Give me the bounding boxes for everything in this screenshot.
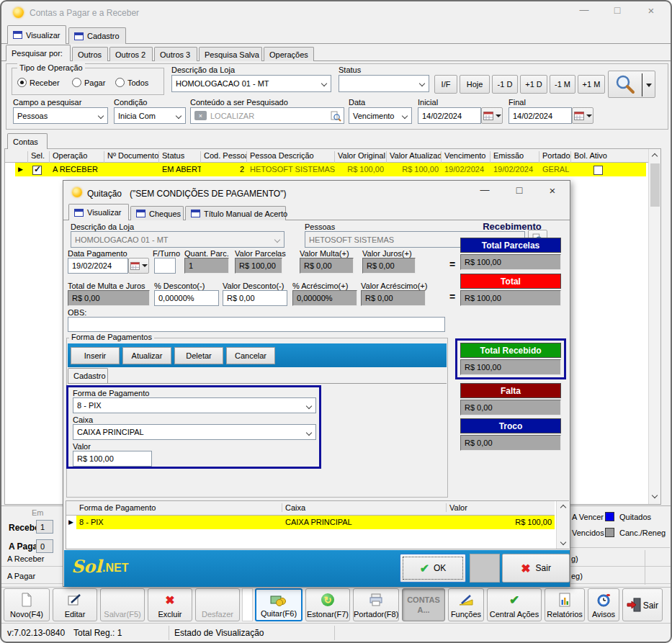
maximize-icon[interactable]: □ <box>606 4 628 22</box>
novo-button[interactable]: Novo(F4) <box>4 588 50 621</box>
valor-input[interactable]: R$ 100,00 <box>73 451 152 467</box>
radio-todos[interactable]: Todos <box>115 78 148 87</box>
final-calendar-button[interactable] <box>572 107 593 124</box>
tab-cadastro[interactable]: Cadastro <box>68 27 126 44</box>
header-status[interactable]: Status <box>159 151 201 163</box>
estonar-button[interactable]: ↻ Estonar(F7) <box>305 588 350 621</box>
close-icon[interactable]: × <box>542 184 563 200</box>
table-scrollbar[interactable] <box>648 149 660 504</box>
search-doc-icon[interactable] <box>331 111 341 122</box>
scroll-up-icon[interactable] <box>652 153 658 159</box>
radio-pagar[interactable]: Pagar <box>72 78 105 87</box>
quitar-button[interactable]: Quitar(F6) <box>255 588 303 621</box>
row-sel-checkbox[interactable] <box>32 166 42 175</box>
dialog-tab-visualizar[interactable]: Visualizar <box>68 204 129 220</box>
if-button[interactable]: I/F <box>434 75 457 94</box>
grid-header-caixa[interactable]: Caixa <box>282 503 447 512</box>
header-portador[interactable]: Portador <box>539 151 571 163</box>
radio-receber[interactable]: Receber <box>17 78 60 87</box>
data-pagamento-input[interactable]: 19/02/2024 <box>68 258 128 274</box>
cell-emissao: 19/02/2024 <box>493 165 539 174</box>
maximize-icon[interactable]: □ <box>509 184 530 200</box>
scroll-down-icon[interactable] <box>652 493 658 498</box>
subtab-outros-3[interactable]: Outros 3 <box>154 47 197 61</box>
campo-select[interactable]: Pessoas <box>13 107 108 124</box>
cadastro-tab[interactable]: Cadastro <box>68 368 108 383</box>
grid-scrollbar[interactable] <box>556 501 569 549</box>
status-select[interactable] <box>339 75 429 92</box>
header-vencimento[interactable]: Vencimento <box>442 151 490 163</box>
hoje-button[interactable]: Hoje <box>460 75 490 94</box>
minimize-icon[interactable]: — <box>573 4 595 22</box>
header-valor-atualizado[interactable]: Valor Atualizado <box>387 151 442 163</box>
row-bol-ativo-checkbox[interactable] <box>593 166 603 175</box>
header-pessoa[interactable]: Pessoa Descrição <box>247 151 335 163</box>
avisos-button[interactable]: Avisos <box>588 588 619 621</box>
header-documento[interactable]: Nº Documento <box>104 151 159 163</box>
new-page-icon <box>21 593 32 607</box>
atualizar-button[interactable]: Atualizar <box>122 347 171 364</box>
minus-1d-button[interactable]: -1 D <box>492 75 518 94</box>
excluir-button[interactable]: ✖ Excluir <box>148 588 192 621</box>
plus-1m-button[interactable]: +1 M <box>578 75 605 94</box>
loja-select[interactable]: HOMOLOGACAO 01 - MT <box>171 75 331 92</box>
search-button[interactable] <box>608 71 655 98</box>
inserir-button[interactable]: Inserir <box>71 347 120 364</box>
deletar-button[interactable]: Deletar <box>174 347 223 364</box>
fturno-input[interactable] <box>154 258 176 274</box>
green-check-icon: ✔ <box>488 591 541 608</box>
tab-visualizar[interactable]: Visualizar <box>7 25 66 44</box>
obs-input[interactable] <box>68 317 445 332</box>
search-dropdown-icon[interactable] <box>646 84 652 87</box>
minimize-icon[interactable]: — <box>474 184 496 200</box>
subtab-pesquisa-salva[interactable]: Pesquisa Salva <box>199 47 262 61</box>
toolbar-spacer <box>242 588 253 621</box>
contas-a-button[interactable]: CONTAS A... <box>402 588 445 621</box>
tab-contas[interactable]: Contas <box>7 133 48 149</box>
funcoes-button[interactable]: Funções <box>448 588 484 621</box>
dialog-tab-cheques[interactable]: Cheques <box>130 206 184 220</box>
inicial-date-input[interactable]: 14/02/2024 <box>418 107 481 124</box>
cadastro-underline <box>68 383 447 384</box>
conteudo-input[interactable]: × LOCALIZAR <box>190 107 344 124</box>
minus-1m-button[interactable]: -1 M <box>550 75 575 94</box>
subtab-pesquisar-por[interactable]: Pesquisar por: <box>6 45 71 61</box>
header-bol-ativo[interactable]: Bol. Ativo <box>571 151 610 163</box>
header-emissao[interactable]: Emissão <box>490 151 539 163</box>
condicao-select[interactable]: Inicia Com <box>114 107 186 124</box>
dialog-sair-button[interactable]: ✖ Sair <box>502 554 570 583</box>
vdesc-input[interactable]: R$ 0,00 <box>223 290 287 306</box>
forma-pagamento-select[interactable]: 8 - PIX <box>73 397 316 413</box>
grid-header-valor[interactable]: Valor <box>447 503 553 512</box>
inicial-calendar-button[interactable] <box>481 107 503 124</box>
grid-header-forma[interactable]: Forma de Pagamento <box>76 503 282 512</box>
close-icon[interactable]: × <box>640 4 662 22</box>
sair-button[interactable]: Sair <box>622 588 663 621</box>
plus-1d-button[interactable]: +1 D <box>520 75 547 94</box>
dialog-tab-titulo-manual[interactable]: Título Manual de Acerto <box>185 206 286 220</box>
editar-button[interactable]: Editar <box>53 588 97 621</box>
data-select[interactable]: Vencimento <box>349 107 412 124</box>
subtab-outros-2[interactable]: Outros 2 <box>109 47 153 61</box>
scroll-up-icon[interactable] <box>560 505 566 511</box>
portador-button[interactable]: Portador(F8) <box>353 588 399 621</box>
pdesc-input[interactable]: 0,00000% <box>154 290 219 306</box>
clear-backspace-icon[interactable]: × <box>194 111 207 120</box>
scrollbar-thumb[interactable] <box>650 163 660 207</box>
central-acoes-button[interactable]: ✔ Central Ações <box>487 588 542 621</box>
subtab-operacoes[interactable]: Operações <box>264 47 314 61</box>
caixa-select[interactable]: CAIXA PRINCIPAL <box>73 424 316 440</box>
cancelar-button[interactable]: Cancelar <box>226 347 275 364</box>
final-date-input[interactable]: 14/02/2024 <box>509 107 572 124</box>
header-valor-original[interactable]: Valor Original <box>335 151 387 163</box>
header-sel[interactable]: Sel. <box>28 151 50 163</box>
scroll-down-icon[interactable] <box>560 539 566 545</box>
relatorios-button[interactable]: Relatórios <box>545 588 585 621</box>
row-marker-icon: ▶ <box>18 166 23 173</box>
header-cod-pessoa[interactable]: Cod. Pessoa <box>201 151 247 163</box>
header-operacao[interactable]: Operação <box>50 151 104 163</box>
ok-button[interactable]: ✔ OK <box>400 554 466 583</box>
data-pagamento-calendar-button[interactable] <box>128 258 149 274</box>
subtab-outros[interactable]: Outros <box>72 47 108 61</box>
chevron-down-icon <box>321 81 327 86</box>
